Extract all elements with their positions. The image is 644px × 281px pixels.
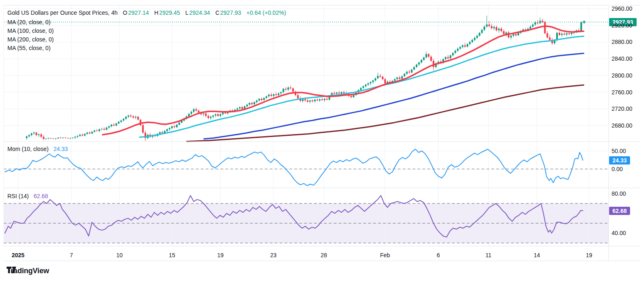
price-tick-2840.00: 2840.00	[612, 55, 633, 62]
time-tick-2025: 2025	[11, 252, 24, 258]
momentum-label: Mom (10, close)	[7, 146, 48, 152]
high-value: 2929.45	[159, 9, 180, 16]
time-tick-6: 6	[437, 252, 440, 258]
tradingview-logo[interactable]: TradingView	[7, 267, 49, 275]
time-axis[interactable]	[4, 246, 609, 261]
ma-55-legend[interactable]: MA (55, close, 0)	[7, 44, 50, 52]
rsi-value: 62.68	[34, 193, 48, 199]
price-tick-2800.00: 2800.00	[612, 72, 633, 79]
time-tick-14: 14	[534, 252, 540, 258]
momentum-legend[interactable]: Mom (10, close) 24.33	[7, 145, 68, 153]
symbol-legend[interactable]: Gold US Dollars per Ounce Spot Prices, 4…	[7, 9, 287, 16]
momentum-value: 24.33	[53, 146, 68, 152]
time-tick-7: 7	[70, 252, 73, 258]
time-tick-23: 23	[270, 252, 277, 258]
high-label: H	[154, 9, 158, 16]
time-tick-10: 10	[116, 252, 123, 258]
price-tick-2960.00: 2960.00	[612, 5, 633, 12]
time-tick-19: 19	[586, 252, 592, 258]
rsi-label: RSI (14)	[7, 193, 29, 199]
ma-20-legend[interactable]: MA (20, close, 0)	[7, 18, 50, 26]
price-tick-2720.00: 2720.00	[612, 105, 633, 112]
rsi-value-badge: 62.68	[609, 207, 630, 215]
low-label: L	[185, 9, 188, 16]
momentum-value-badge: 24.33	[609, 156, 630, 164]
symbol-title: Gold US Dollars per Ounce Spot Prices, 4…	[7, 9, 117, 16]
price-tick-2680.00: 2680.00	[612, 122, 633, 129]
tradingview-chart-window: Gold US Dollars per Ounce Spot Prices, 4…	[0, 0, 644, 281]
momentum-tick-0.00: 0.00	[612, 166, 623, 172]
time-tick-28: 28	[321, 252, 327, 258]
time-tick-Feb: Feb	[380, 252, 390, 258]
rsi-legend[interactable]: RSI (14) 62.68	[7, 192, 48, 200]
open-label: O	[123, 9, 127, 16]
rsi-tick-40.00: 40.00	[612, 230, 626, 236]
ma-100-legend[interactable]: MA (100, close, 0)	[7, 27, 54, 34]
price-tick-2760.00: 2760.00	[612, 89, 633, 96]
time-tick-19: 19	[217, 252, 224, 258]
momentum-tick-50.00: 50.00	[612, 148, 626, 154]
price-tick-2880.00: 2880.00	[612, 39, 633, 45]
open-value: 2927.14	[128, 9, 149, 16]
price-tick-2920.00: 2920.00	[612, 22, 633, 29]
tradingview-logo-icon	[7, 267, 16, 274]
change-value: +0.64 (+0.02%)	[246, 9, 286, 16]
ma-200-legend[interactable]: MA (200, close, 0)	[7, 36, 54, 43]
chart-canvas[interactable]	[0, 0, 644, 281]
close-value: 2927.93	[220, 9, 241, 16]
low-value: 2924.34	[189, 9, 210, 16]
time-tick-11: 11	[486, 252, 492, 258]
close-label: C	[215, 9, 220, 16]
time-tick-15: 15	[169, 252, 175, 258]
rsi-tick-80.00: 80.00	[612, 190, 626, 197]
